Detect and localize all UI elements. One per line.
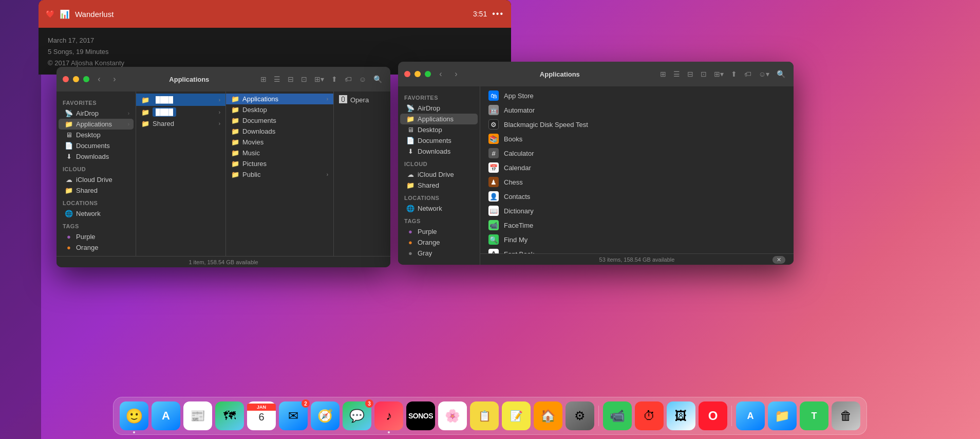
icon-view-button[interactable]: ⊞ xyxy=(258,74,269,84)
dock-item-calendar[interactable]: JAN 6 xyxy=(247,401,276,430)
dock-item-diskdiag[interactable]: ⏱ xyxy=(635,401,664,430)
app-item-fontbook[interactable]: A Font Book xyxy=(480,247,794,253)
finder2-more-button[interactable]: ☺▾ xyxy=(757,69,771,79)
app-item-automator[interactable]: 🤖 Automator xyxy=(480,103,794,117)
share-button[interactable]: ⬆ xyxy=(329,74,340,84)
app-item-contacts[interactable]: 👤 Contacts xyxy=(480,189,794,204)
dock-item-messages[interactable]: 💬 3 xyxy=(343,401,371,430)
app-item-blackmagic[interactable]: ⚙ Blackmagic Disk Speed Test xyxy=(480,117,794,132)
dock-item-preview[interactable]: 🖼 xyxy=(667,401,695,430)
col3-opera[interactable]: 🅾 Opera xyxy=(334,94,390,106)
finder2-forward-button[interactable]: › xyxy=(450,68,462,80)
finder2-back-button[interactable]: ‹ xyxy=(435,68,446,80)
col1-item-2[interactable]: 📁 ████ › xyxy=(136,106,225,118)
finder2-tag-button[interactable]: 🏷 xyxy=(742,69,753,79)
dock-item-maps[interactable]: 🗺 xyxy=(215,401,244,430)
finder2-sidebar-downloads[interactable]: ⬇ Downloads xyxy=(400,146,478,157)
finder2-icon-view[interactable]: ⊞ xyxy=(658,69,668,79)
finder2-sidebar-network[interactable]: 🌐 Network xyxy=(400,203,478,214)
dock-item-news[interactable]: 📰 xyxy=(183,401,212,430)
group-button[interactable]: ⊞▾ xyxy=(312,74,326,84)
app-item-books[interactable]: 📚 Books xyxy=(480,132,794,146)
dock-item-facetime[interactable]: 📹 xyxy=(603,401,632,430)
col2-applications[interactable]: 📁 Applications › xyxy=(226,94,333,104)
finder2-group-button[interactable]: ⊞▾ xyxy=(712,69,726,79)
tag-button[interactable]: 🏷 xyxy=(343,74,354,84)
dock-item-safari[interactable]: 🧭 xyxy=(311,401,340,430)
finder2-sidebar-airdrop[interactable]: 📡 AirDrop xyxy=(400,103,478,114)
finder2-column-view[interactable]: ⊟ xyxy=(685,69,695,79)
col2-desktop[interactable]: 📁 Desktop xyxy=(226,104,333,115)
dock-item-sonos[interactable]: SONOS xyxy=(406,401,435,430)
finder2-sidebar-documents[interactable]: 📄 Documents xyxy=(400,135,478,146)
sidebar-item-icloud-drive[interactable]: ☁ iCloud Drive xyxy=(59,174,134,185)
dock-item-notes[interactable]: 📋 xyxy=(470,401,499,430)
finder2-minimize-button[interactable] xyxy=(414,71,421,77)
dock-item-filebrowser[interactable]: 📁 xyxy=(768,401,797,430)
col2-pictures[interactable]: 📁 Pictures xyxy=(226,158,333,169)
col2-downloads[interactable]: 📁 Downloads xyxy=(226,126,333,137)
search-button[interactable]: 🔍 xyxy=(371,74,384,84)
col1-item-shared[interactable]: 📁 Shared › xyxy=(136,118,225,129)
finder2-share-button[interactable]: ⬆ xyxy=(729,69,739,79)
dock-item-photos[interactable]: 🌸 xyxy=(438,401,467,430)
music-now-playing[interactable]: ❤️ 📊 Wanderlust 3:51 ••• xyxy=(39,0,511,28)
dock-item-music[interactable]: ♪ xyxy=(374,401,403,430)
finder2-sidebar-orange[interactable]: ● Orange xyxy=(400,237,478,248)
back-button[interactable]: ‹ xyxy=(93,74,105,85)
dock-item-altstore[interactable]: A xyxy=(736,401,765,430)
finder2-status-bar: 53 items, 158.54 GB available ✕ xyxy=(480,253,794,265)
minimize-button[interactable] xyxy=(73,76,79,82)
finder2-sidebar-gray[interactable]: ● Gray xyxy=(400,248,478,259)
col2-documents[interactable]: 📁 Documents xyxy=(226,115,333,126)
finder2-maximize-button[interactable] xyxy=(425,71,431,77)
sidebar-item-network[interactable]: 🌐 Network xyxy=(59,208,134,219)
more-button[interactable]: ☺ xyxy=(357,74,368,84)
dock-item-system-prefs[interactable]: ⚙ xyxy=(566,401,594,430)
dock-item-stickies[interactable]: 📝 xyxy=(502,401,531,430)
sidebar-item-purple[interactable]: ● Purple xyxy=(59,231,134,242)
finder2-list-view[interactable]: ☰ xyxy=(671,69,682,79)
finder2-search-button[interactable]: 🔍 xyxy=(775,69,787,79)
forward-button[interactable]: › xyxy=(109,74,120,85)
app-item-calculator[interactable]: # Calculator xyxy=(480,146,794,160)
dock-item-tableplus[interactable]: T xyxy=(800,401,828,430)
app-item-calendar[interactable]: 📅 Calendar xyxy=(480,160,794,175)
list-view-button[interactable]: ☰ xyxy=(272,74,282,84)
column-view-button[interactable]: ⊟ xyxy=(286,74,296,84)
finder2-close-button[interactable] xyxy=(404,71,410,77)
finder2-sidebar-applications[interactable]: 📁 Applications xyxy=(400,114,478,124)
app-item-dictionary[interactable]: 📖 Dictionary xyxy=(480,204,794,218)
dock-item-trash[interactable]: 🗑 xyxy=(832,401,860,430)
finder2-sidebar-shared[interactable]: 📁 Shared xyxy=(400,180,478,191)
sidebar-item-airdrop[interactable]: 📡 AirDrop › xyxy=(59,108,134,119)
col2-movies[interactable]: 📁 Movies xyxy=(226,137,333,148)
dock-item-finder[interactable]: 🙂 xyxy=(120,401,148,430)
app-item-findmy[interactable]: 🔍 Find My xyxy=(480,232,794,247)
app-item-facetime[interactable]: 📹 FaceTime xyxy=(480,218,794,232)
sidebar-item-shared[interactable]: 📁 Shared xyxy=(59,185,134,196)
col2-public[interactable]: 📁 Public › xyxy=(226,169,333,180)
close-button[interactable] xyxy=(63,76,69,82)
app-item-appstore[interactable]: 🛍 App Store xyxy=(480,88,794,103)
sidebar-item-documents[interactable]: 📄 Documents xyxy=(59,140,134,151)
finder2-close-pill[interactable]: ✕ xyxy=(772,256,785,264)
finder2-sidebar-desktop[interactable]: 🖥 Desktop xyxy=(400,124,478,135)
sidebar-item-downloads[interactable]: ⬇ Downloads xyxy=(59,151,134,162)
gallery-view-button[interactable]: ⊡ xyxy=(299,74,309,84)
finder2-gallery-view[interactable]: ⊡ xyxy=(699,69,709,79)
app-item-chess[interactable]: ♟ Chess xyxy=(480,175,794,189)
col2-music[interactable]: 📁 Music xyxy=(226,148,333,158)
maximize-button[interactable] xyxy=(83,76,89,82)
finder2-sidebar-purple[interactable]: ● Purple xyxy=(400,226,478,237)
dock-item-mail[interactable]: ✉ 2 xyxy=(279,401,308,430)
dock-item-home[interactable]: 🏠 xyxy=(534,401,562,430)
col1-item-1[interactable]: 📁 ████ › xyxy=(136,94,225,106)
dock-item-opera[interactable]: O xyxy=(699,401,727,430)
sidebar-item-orange[interactable]: ● Orange xyxy=(59,242,134,253)
sidebar-item-desktop[interactable]: 🖥 Desktop xyxy=(59,130,134,140)
finder2-sidebar-icloud-drive[interactable]: ☁ iCloud Drive xyxy=(400,169,478,180)
dock-item-appstore[interactable]: A xyxy=(152,401,180,430)
sidebar-item-applications[interactable]: 📁 Applications › xyxy=(59,119,134,130)
music-more-button[interactable]: ••• xyxy=(492,9,504,19)
